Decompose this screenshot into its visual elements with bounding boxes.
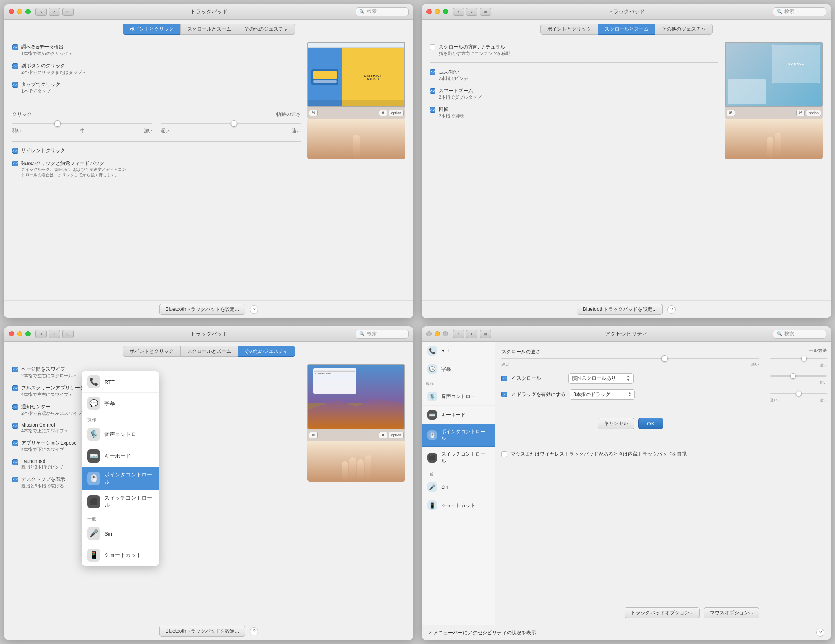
back-button-top-right[interactable]: ‹: [453, 8, 464, 16]
scroll-speed-track[interactable]: [501, 358, 759, 359]
dd-arr-fullscreen[interactable]: ▾: [70, 393, 72, 397]
help-btn-top-right[interactable]: ?: [667, 305, 676, 314]
forward-button-bl[interactable]: ›: [49, 330, 60, 338]
tab-point-click-tr[interactable]: ポイントとクリック: [540, 24, 598, 35]
scroll-stepper[interactable]: ▲ ▼: [627, 375, 630, 382]
grid-button-top-right[interactable]: ⊞: [480, 8, 491, 16]
dropdown-siri[interactable]: 🎤 Siri: [82, 523, 159, 544]
bluetooth-btn-top-right[interactable]: Bluetoothトラックパッドを設定...: [577, 304, 663, 315]
click-slider[interactable]: 弱い 中 強い: [12, 120, 152, 134]
help-btn-bl[interactable]: ?: [250, 627, 258, 635]
cancel-button[interactable]: キャンセル: [598, 418, 634, 429]
sidebar-pointer-selected[interactable]: 🖱️ ポインタコントロール: [422, 424, 495, 447]
search-box-top-right[interactable]: 🔍 検索: [773, 7, 826, 16]
sidebar-rtt[interactable]: 📞 RTT: [422, 342, 495, 360]
back-button-br[interactable]: ‹: [453, 330, 464, 338]
drag-stepper-down[interactable]: ▼: [628, 394, 631, 398]
checkbox-secondary[interactable]: ✓: [12, 63, 18, 69]
minimize-button-br[interactable]: [435, 331, 440, 336]
scroll-stepper-down[interactable]: ▼: [627, 378, 630, 382]
maximize-button-bl[interactable]: [25, 331, 31, 336]
scroll-speed-thumb[interactable]: [661, 355, 668, 362]
drag-stepper[interactable]: ▲ ▼: [628, 391, 631, 398]
tab-gestures-bl[interactable]: その他のジェスチャ: [238, 346, 295, 357]
back-button-top-left[interactable]: ‹: [35, 8, 47, 16]
tab-point-click-bl[interactable]: ポイントとクリック: [123, 346, 180, 357]
maximize-button-top-right[interactable]: [443, 9, 448, 14]
tab-scroll-zoom-tr[interactable]: スクロールとズーム: [598, 24, 655, 35]
right-thumb-3[interactable]: [796, 391, 802, 396]
tab-point-click[interactable]: ポイントとクリック: [123, 24, 180, 35]
tab-gestures-tr[interactable]: その他のジェスチャ: [655, 24, 713, 35]
dd-arr-mc[interactable]: ▾: [65, 429, 67, 433]
right-track-1[interactable]: [770, 358, 827, 359]
cb-mission-control[interactable]: ✓: [12, 423, 18, 429]
track-thumb[interactable]: [231, 120, 237, 127]
ok-button[interactable]: OK: [638, 418, 663, 429]
bluetooth-btn-top-left[interactable]: Bluetoothトラックパッドを設定...: [159, 304, 245, 315]
forward-button-top-left[interactable]: ›: [49, 8, 60, 16]
checkbox-smart-zoom[interactable]: ✓: [430, 88, 435, 94]
help-btn-top-left[interactable]: ?: [250, 305, 258, 314]
tab-scroll-zoom-bl[interactable]: スクロールとズーム: [180, 346, 238, 357]
trackpad-ignore-checkbox[interactable]: [501, 451, 507, 457]
search-box-top-left[interactable]: 🔍 検索: [356, 7, 409, 16]
checkbox-zoom[interactable]: ✓: [430, 69, 435, 75]
drag-select-box[interactable]: 3本指のドラッグ ▲ ▼: [570, 389, 635, 400]
close-button-bl[interactable]: [9, 331, 14, 336]
bluetooth-btn-bl[interactable]: Bluetoothトラックパッドを設定...: [159, 626, 245, 637]
scroll-select-box[interactable]: 慣性スクロールあり ▲ ▼: [568, 373, 634, 384]
close-button-top-right[interactable]: [426, 9, 432, 14]
click-track[interactable]: [12, 123, 152, 124]
dropdown-voice[interactable]: 🎙️ 音声コントロー: [82, 424, 159, 445]
maximize-button-top-left[interactable]: [25, 9, 31, 14]
checkbox-lookup[interactable]: ✓: [12, 44, 18, 50]
right-thumb-1[interactable]: [801, 356, 807, 361]
grid-button-top-left[interactable]: ⊞: [62, 8, 74, 16]
mouse-options-button[interactable]: マウスオプション...: [704, 607, 759, 618]
checkbox-rotate[interactable]: ✓: [430, 107, 435, 113]
tab-scroll-zoom[interactable]: スクロールとズーム: [180, 24, 238, 35]
dropdown-keyboard[interactable]: ⌨️ キーボード: [82, 445, 159, 467]
close-button-top-left[interactable]: [9, 9, 14, 14]
cb-expose[interactable]: ✓: [12, 440, 18, 446]
sidebar-caption[interactable]: 💬 字幕: [422, 360, 495, 378]
right-track-2[interactable]: [770, 375, 827, 377]
checkbox-force[interactable]: ✓: [12, 161, 18, 166]
dropdown-arrow-secondary[interactable]: ▾: [83, 71, 85, 75]
sidebar-switch[interactable]: ⬛ スイッチコントロール: [422, 447, 495, 469]
click-thumb[interactable]: [54, 120, 61, 127]
cb-desktop[interactable]: ✓: [12, 477, 18, 482]
maximize-button-br[interactable]: [443, 331, 448, 336]
search-box-br[interactable]: 🔍 検索: [773, 330, 826, 339]
close-button-br[interactable]: [426, 331, 432, 336]
right-track-3[interactable]: [770, 393, 827, 394]
checkbox-tap[interactable]: ✓: [12, 82, 18, 88]
dropdown-switch[interactable]: ⬛ スイッチコントロール: [82, 490, 159, 513]
dropdown-shortcuts[interactable]: 📱 ショートカット: [82, 544, 159, 566]
search-box-bl[interactable]: 🔍 検索: [356, 330, 409, 339]
grid-button-br[interactable]: ⊞: [480, 330, 491, 338]
tab-gestures[interactable]: その他のジェスチャ: [238, 24, 295, 35]
scroll-checkbox[interactable]: ✓: [501, 376, 507, 381]
minimize-button-bl[interactable]: [17, 331, 22, 336]
dropdown-pointer[interactable]: 🖱️ ポインタコントロール: [82, 467, 159, 490]
checkbox-scroll-dir[interactable]: [430, 44, 435, 50]
grid-button-bl[interactable]: ⊞: [62, 330, 74, 338]
trackpad-options-button[interactable]: トラックパッドオプション...: [625, 607, 700, 618]
sidebar-voice[interactable]: 🎙️ 音声コントロー: [422, 387, 495, 406]
forward-button-top-right[interactable]: ›: [466, 8, 477, 16]
back-button-bl[interactable]: ‹: [35, 330, 47, 338]
dropdown-rtt[interactable]: 📞 RTT: [82, 371, 159, 393]
sidebar-siri[interactable]: 🎤 Siri: [422, 478, 495, 496]
track-slider[interactable]: 遅い 速い: [161, 120, 301, 134]
forward-button-br[interactable]: ›: [466, 330, 477, 338]
track-track[interactable]: [161, 123, 301, 124]
minimize-button-top-left[interactable]: [17, 9, 22, 14]
cb-launchpad[interactable]: ✓: [12, 459, 18, 465]
sidebar-keyboard[interactable]: ⌨️ キーボード: [422, 406, 495, 424]
cb-notification[interactable]: ✓: [12, 404, 18, 410]
help-btn-br[interactable]: ?: [816, 629, 824, 637]
dropdown-caption[interactable]: 💬 字幕: [82, 393, 159, 414]
dd-arr-page-swipe[interactable]: ▾: [74, 374, 76, 378]
